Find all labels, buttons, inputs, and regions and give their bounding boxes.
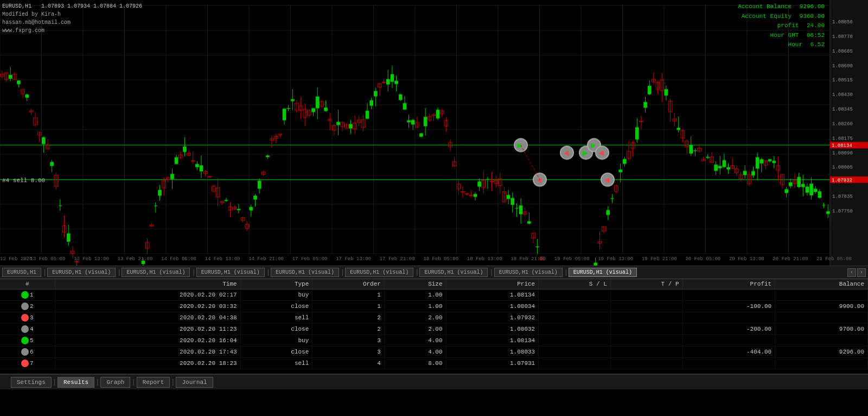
table-cell: 2020.02.20 04:38 xyxy=(55,312,240,324)
table-row: 32020.02.20 04:38sell22.001.07932 xyxy=(0,312,868,324)
table-cell: 3 xyxy=(312,335,385,346)
table-cell xyxy=(610,358,682,369)
table-row: 62020.02.20 17:43close34.001.08033-404.0… xyxy=(0,346,868,358)
tab-prev-button[interactable]: ‹ xyxy=(847,268,856,277)
table-cell: 5 xyxy=(0,335,55,346)
table-cell xyxy=(539,312,611,324)
col-header-0: # xyxy=(0,279,55,289)
table-cell: 1.08034 xyxy=(446,301,539,312)
chart-tab-6[interactable]: EURUSD,H1 (visual) xyxy=(419,268,488,277)
modified-by: Modified by Kira-h xyxy=(2,10,142,18)
tab-next-button[interactable]: › xyxy=(857,268,866,277)
col-header-3: Order xyxy=(312,279,385,289)
equity-value: 9360.00 xyxy=(800,13,825,20)
col-header-8: Profit xyxy=(682,279,775,289)
bottom-tab-report[interactable]: Report xyxy=(137,377,170,388)
table-cell: -404.00 xyxy=(682,346,775,358)
table-cell: 9900.00 xyxy=(775,301,868,312)
table-header-row: #TimeTypeOrderSizePriceS / LT / PProfitB… xyxy=(0,279,868,289)
tab-nav-right: ‹ › xyxy=(847,268,868,277)
table-row: 72020.02.20 18:23sell48.001.07931 xyxy=(0,358,868,369)
row-icon xyxy=(21,348,29,356)
chart-tabs-bar: EURUSD,H1|EURUSD,H1 (visual)|EURUSD,H1 (… xyxy=(0,266,868,279)
trade-table-area[interactable]: #TimeTypeOrderSizePriceS / LT / PProfitB… xyxy=(0,279,868,374)
table-cell: 9700.00 xyxy=(775,324,868,335)
bottom-tab-graph[interactable]: Graph xyxy=(100,377,130,388)
table-cell: close xyxy=(240,346,312,358)
table-cell: -200.00 xyxy=(682,324,775,335)
chart-tab-4[interactable]: EURUSD,H1 (visual) xyxy=(271,268,339,277)
row-icon xyxy=(21,325,29,333)
bottom-tab-journal[interactable]: Journal xyxy=(176,377,213,388)
table-cell xyxy=(539,324,611,335)
table-cell xyxy=(610,289,682,301)
chart-tab-0[interactable]: EURUSD,H1 xyxy=(2,268,41,277)
table-cell: 1 xyxy=(312,301,385,312)
table-cell: 1.00 xyxy=(384,301,446,312)
hour-gmt-value: 06:52 xyxy=(807,32,825,39)
website: www.fxprg.com xyxy=(2,27,142,35)
table-cell xyxy=(610,324,682,335)
table-cell: 9296.00 xyxy=(775,346,868,358)
chart-info: EURUSD,H1 1.07893 1.07934 1.07884 1.0792… xyxy=(2,2,142,35)
col-header-5: Price xyxy=(446,279,539,289)
chart-tab-8[interactable]: EURUSD,H1 (visual) xyxy=(569,268,637,277)
table-cell: 4 xyxy=(312,358,385,369)
table-cell xyxy=(682,312,775,324)
table-cell xyxy=(775,358,868,369)
table-cell xyxy=(539,289,611,301)
table-cell xyxy=(775,312,868,324)
table-cell: 3 xyxy=(0,312,55,324)
symbol-label: EURUSD,H1 xyxy=(2,3,31,9)
bottom-tab-settings[interactable]: Settings xyxy=(11,377,52,388)
table-cell: 2020.02.20 02:17 xyxy=(55,289,240,301)
col-header-9: Balance xyxy=(775,279,868,289)
table-cell: 2 xyxy=(312,312,385,324)
col-header-2: Type xyxy=(240,279,312,289)
table-cell: 2020.02.20 18:23 xyxy=(55,358,240,369)
bottom-tab-results[interactable]: Results xyxy=(58,377,94,388)
table-cell: 1.08134 xyxy=(446,289,539,301)
trade-table: #TimeTypeOrderSizePriceS / LT / PProfitB… xyxy=(0,279,868,369)
table-cell xyxy=(539,335,611,346)
bottom-tabs-container: Settings|Results|Graph|Report|Journal xyxy=(11,377,213,388)
chart-tab-2[interactable]: EURUSD,H1 (visual) xyxy=(122,268,190,277)
table-cell xyxy=(610,346,682,358)
table-cell: 1.07931 xyxy=(446,358,539,369)
table-cell: 1.08134 xyxy=(446,335,539,346)
table-cell: close xyxy=(240,324,312,335)
table-cell: buy xyxy=(240,335,312,346)
table-cell xyxy=(539,358,611,369)
table-cell: 4.00 xyxy=(384,346,446,358)
trade-table-section: #TimeTypeOrderSizePriceS / LT / PProfitB… xyxy=(0,279,868,374)
chart-tab-3[interactable]: EURUSD,H1 (visual) xyxy=(196,268,265,277)
table-cell: sell xyxy=(240,312,312,324)
table-cell: 3 xyxy=(312,346,385,358)
table-cell: 2020.02.20 17:43 xyxy=(55,346,240,358)
table-cell xyxy=(610,312,682,324)
symbol-price: EURUSD,H1 1.07893 1.07934 1.07884 1.0792… xyxy=(2,2,142,10)
balance-value: 9296.00 xyxy=(800,3,825,10)
row-icon xyxy=(21,360,29,367)
table-cell xyxy=(682,289,775,301)
col-header-4: Size xyxy=(384,279,446,289)
table-cell: 6 xyxy=(0,346,55,358)
chart-tab-1[interactable]: EURUSD,H1 (visual) xyxy=(47,268,116,277)
chart-tab-5[interactable]: EURUSD,H1 (visual) xyxy=(345,268,413,277)
table-cell: -100.00 xyxy=(682,301,775,312)
col-header-1: Time xyxy=(55,279,240,289)
table-cell xyxy=(775,289,868,301)
hour-label: Hour xyxy=(788,41,802,48)
balance-label: Account Balance xyxy=(738,3,792,10)
table-cell: 2 xyxy=(0,301,55,312)
table-row: 12020.02.20 02:17buy11.001.08134 xyxy=(0,289,868,301)
table-cell xyxy=(539,301,611,312)
table-cell: 2020.02.20 03:32 xyxy=(55,301,240,312)
bottom-tabs: Settings|Results|Graph|Report|Journal xyxy=(0,374,868,389)
chart-tab-7[interactable]: EURUSD,H1 (visual) xyxy=(494,268,563,277)
hour-gmt-label: Hour GMT xyxy=(770,32,799,39)
table-body: 12020.02.20 02:17buy11.001.0813422020.02… xyxy=(0,289,868,369)
table-row: 42020.02.20 11:23close22.001.08032-200.0… xyxy=(0,324,868,335)
hour-value: 6.52 xyxy=(810,41,825,48)
table-cell xyxy=(682,335,775,346)
